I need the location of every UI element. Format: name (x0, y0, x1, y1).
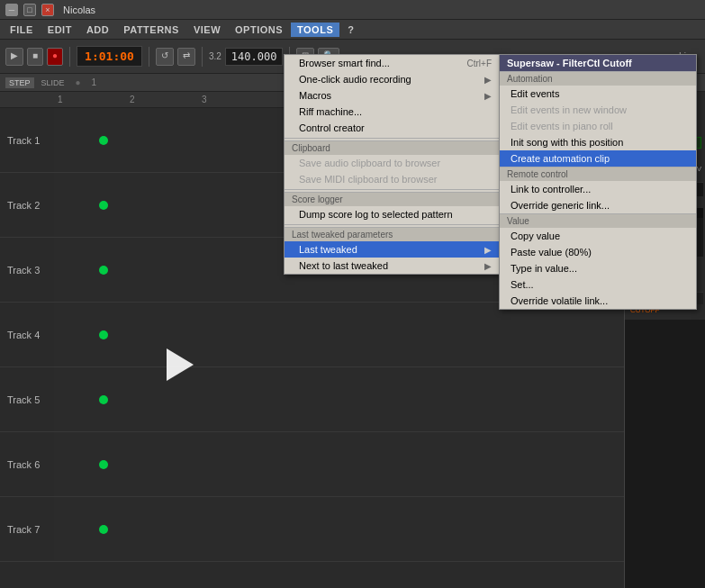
menu-file[interactable]: FILE (4, 23, 40, 37)
browser-smart-find[interactable]: Browser smart find... Ctrl+F (285, 55, 499, 71)
bpm-display[interactable]: 140.000 (225, 48, 284, 66)
clipboard-header: Clipboard (285, 140, 499, 155)
menu-edit[interactable]: EDIT (41, 23, 78, 37)
type-in-value[interactable]: Type in value... (500, 260, 696, 276)
edit-events[interactable]: Edit events (500, 86, 696, 102)
override-volatile-link[interactable]: Override volatile link... (500, 293, 696, 309)
copy-value[interactable]: Copy value (500, 228, 696, 244)
menu-options[interactable]: OPTIONS (229, 23, 289, 37)
macros[interactable]: Macros ▶ (285, 87, 499, 104)
remote-control-header: Remote control (500, 167, 696, 181)
arrow-last-tweaked (167, 348, 194, 381)
shuffle-button[interactable]: ⇄ (177, 48, 195, 66)
tools-dropdown: Browser smart find... Ctrl+F One-click a… (284, 54, 500, 275)
track-label-3: Track 3 (0, 265, 54, 276)
paste-value[interactable]: Paste value (80%) (500, 244, 696, 260)
track-dot-4 (99, 330, 108, 339)
menu-add[interactable]: ADD (80, 23, 115, 37)
time-display: 1:01:00 (77, 46, 142, 67)
track-dot-6 (99, 460, 108, 469)
menu-tools[interactable]: TOOLS (291, 23, 339, 37)
edit-events-new-window[interactable]: Edit events in new window (500, 102, 696, 118)
close-button[interactable]: × (41, 4, 54, 16)
timeline-2: 2 (126, 95, 198, 104)
window-title: Nicolas (63, 5, 95, 15)
menu-bar: FILE EDIT ADD PATTERNS VIEW OPTIONS TOOL… (0, 20, 705, 40)
override-generic-link[interactable]: Override generic link... (500, 197, 696, 213)
init-song-position[interactable]: Init song with this position (500, 134, 696, 150)
track-content-6[interactable] (54, 432, 624, 496)
menu-patterns[interactable]: PATTERNS (117, 23, 185, 37)
track-label-4: Track 4 (0, 330, 54, 340)
track-content-4[interactable] (54, 303, 624, 366)
track-content-5[interactable] (54, 367, 624, 431)
edit-events-piano-roll[interactable]: Edit events in piano roll (500, 118, 696, 134)
sep-1 (285, 138, 499, 139)
step-number: ● (76, 77, 81, 87)
menu-help[interactable]: ? (341, 23, 360, 37)
last-tweaked-submenu: Supersaw - FilterCtl Cutoff Automation E… (499, 54, 697, 310)
track-label-5: Track 5 (0, 394, 54, 405)
bpm-label-small: 3.2 (209, 51, 221, 61)
track-label-1: Track 1 (0, 135, 54, 146)
step-position: 1 (92, 77, 97, 87)
last-tweaked[interactable]: Last tweaked ▶ (285, 241, 499, 258)
track-content-7[interactable] (54, 497, 624, 561)
timeline-1: 1 (54, 95, 126, 104)
timeline-3: 3 (198, 95, 270, 104)
score-logger-header: Score logger (285, 192, 499, 206)
play-button[interactable]: ▶ (5, 48, 23, 66)
menu-view[interactable]: VIEW (187, 23, 227, 37)
track-row-5: Track 5 (0, 367, 624, 432)
track-row-7: Track 7 (0, 497, 624, 562)
maximize-button[interactable]: □ (23, 4, 36, 16)
create-automation-clip[interactable]: Create automation clip (500, 150, 696, 167)
minimize-button[interactable]: ─ (5, 4, 18, 16)
control-creator[interactable]: Control creator (285, 120, 499, 136)
riff-machine[interactable]: Riff machine... (285, 104, 499, 120)
track-dot-7 (99, 525, 108, 534)
save-audio-clipboard[interactable]: Save audio clipboard to browser (285, 155, 499, 171)
dump-score-log[interactable]: Dump score log to selected pattern (285, 206, 499, 222)
set-value[interactable]: Set... (500, 276, 696, 293)
link-to-controller[interactable]: Link to controller... (500, 181, 696, 197)
save-midi-clipboard[interactable]: Save MIDI clipboard to browser (285, 171, 499, 187)
next-to-last-tweaked[interactable]: Next to last tweaked ▶ (285, 258, 499, 274)
track-dot-3 (99, 266, 108, 275)
sep-2 (285, 189, 499, 190)
track-dot-5 (99, 395, 108, 404)
slide-label[interactable]: SLIDE (41, 78, 65, 87)
step-button[interactable]: STEP (5, 77, 34, 88)
title-bar: ─ □ × Nicolas (0, 0, 705, 20)
one-click-audio[interactable]: One-click audio recording ▶ (285, 71, 499, 87)
sep-3 (285, 224, 499, 225)
stop-button[interactable]: ■ (27, 48, 43, 66)
loop-button[interactable]: ↺ (156, 48, 174, 66)
automation-section-header: Automation (500, 71, 696, 86)
track-label-7: Track 7 (0, 524, 54, 535)
track-label-6: Track 6 (0, 459, 54, 470)
supersaw-header: Supersaw - FilterCtl Cutoff (500, 55, 696, 71)
record-button[interactable]: ● (47, 48, 63, 66)
value-section-header: Value (500, 213, 696, 228)
track-row-4: Track 4 (0, 303, 624, 367)
track-dot-2 (99, 201, 108, 210)
last-tweaked-header: Last tweaked parameters (285, 227, 499, 241)
track-row-6: Track 6 (0, 432, 624, 497)
track-dot-1 (99, 136, 108, 145)
track-label-2: Track 2 (0, 200, 54, 211)
